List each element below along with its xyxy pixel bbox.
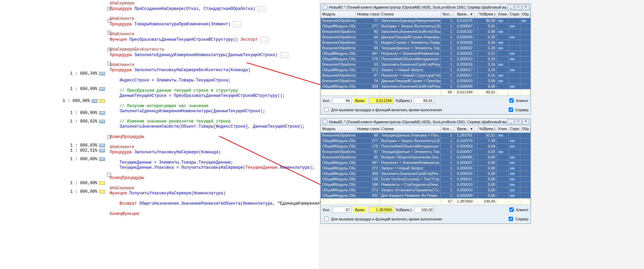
perf-marker: 1 : 000,90% bbox=[0, 111, 106, 116]
minimize-button[interactable]: _ bbox=[507, 119, 514, 125]
grid-row[interactable]: ВнешняяОбработка.З..49ТекущиеДанные = Эл… bbox=[321, 46, 531, 51]
gutter: 1 : 000,34% 1 : 000,09% 1 : 090,90% 1 : … bbox=[0, 0, 106, 269]
client-bar-icon bbox=[498, 64, 503, 66]
pct-input[interactable] bbox=[414, 98, 434, 104]
col-time: Врем... ▾ bbox=[454, 126, 474, 132]
footer-bar: Кол. Врем. %(Врем.) Клиент bbox=[321, 205, 531, 214]
grid-row[interactable]: ОбщийМодуль.Общег..309ЗаполнитьЗначенияС… bbox=[321, 84, 531, 89]
client-bar-icon bbox=[498, 42, 503, 44]
time-input[interactable] bbox=[369, 98, 393, 104]
fold-hint-icon[interactable]: ... bbox=[233, 22, 241, 27]
count-input[interactable] bbox=[332, 98, 352, 104]
close-button[interactable]: × bbox=[522, 119, 529, 125]
grid-row[interactable]: ОбщийМодуль.Общег..201Для Каждого Реквиз… bbox=[321, 193, 531, 198]
grid-row[interactable]: ВнешняяОбработка.З..53ЗаполнитьЗначенияС… bbox=[321, 62, 531, 67]
grid-row[interactable]: ВнешняяОбработка.З..47Результат = Новый … bbox=[321, 73, 531, 78]
server-bar-icon bbox=[510, 184, 515, 186]
grid-row[interactable]: ВнешняяОбработка.З..77ЗаполнитьЕдиницуИз… bbox=[321, 18, 531, 24]
titlebar[interactable]: Новый1 * (Тонкий клиент:Администратор (О… bbox=[321, 118, 531, 126]
grid-row[interactable]: ВнешняяОбработка.З..71ИндексСтроки = Эле… bbox=[321, 40, 531, 46]
col-count: Кол... bbox=[441, 11, 454, 18]
grid-row[interactable]: ОбщийМодуль.Общег..272Запрос = Новый Зап… bbox=[321, 67, 531, 73]
grid-row[interactable]: ВнешняяОбработка.З..88ТекущиеДанные.Упак… bbox=[321, 133, 531, 138]
sort-desc-icon: ▾ bbox=[471, 12, 473, 16]
client-bar-icon bbox=[498, 80, 503, 82]
col-time: Врем... ▾ bbox=[454, 11, 474, 18]
client-bar-icon bbox=[498, 75, 503, 77]
stopwatch-icon bbox=[322, 119, 328, 125]
grid-row[interactable]: ОбщийМодуль.Общег..138Если ТипЗнч(Ссылка… bbox=[321, 177, 531, 182]
server-bar-icon bbox=[510, 25, 515, 27]
client-checkbox[interactable]: Клиент bbox=[508, 206, 528, 213]
server-bar-icon bbox=[510, 195, 515, 197]
maximize-button[interactable]: □ bbox=[515, 119, 522, 125]
server-bar-icon bbox=[510, 86, 515, 88]
grid-row[interactable]: ОбщийМодуль.Общег..272Запрос = Новый Зап… bbox=[321, 166, 531, 171]
col-pct: %(Врем.) bbox=[478, 11, 497, 18]
grid-body[interactable]: ВнешняяОбработка.З..77ЗаполнитьЕдиницуИз… bbox=[321, 18, 531, 89]
grid-row[interactable]: ОбщийМодуль.Общег..277Выборка = Запрос.В… bbox=[321, 138, 531, 144]
source-code[interactable]: &НаСервере Процедура ПриСозданииНаСервер… bbox=[110, 0, 327, 217]
count-input[interactable] bbox=[332, 207, 352, 213]
label-pct: %(Врем.) bbox=[396, 99, 412, 103]
fold-hint-icon[interactable]: ... bbox=[280, 52, 288, 58]
pct-input[interactable] bbox=[414, 207, 434, 213]
grid-row[interactable]: ОбщийМодуль.Общег..309ЗаполнитьЗначенияС… bbox=[321, 171, 531, 177]
grid-row[interactable]: ВнешняяОбработка.З..95Возврат ОбщегоНазн… bbox=[321, 155, 531, 160]
titlebar[interactable]: Новый2 * (Тонкий клиент:Администратор (О… bbox=[321, 4, 531, 11]
grid-header[interactable]: МодульНомер строкиСтрокаКол...Врем... ▾%… bbox=[321, 126, 531, 133]
server-bar-icon bbox=[510, 145, 515, 148]
col-pct: %(Врем.) bbox=[478, 126, 497, 132]
stopwatch-icon bbox=[322, 4, 328, 10]
grid-row[interactable]: ОбщийМодуль.Общег..170ПолноеИмяОбъектаМе… bbox=[321, 56, 531, 62]
perf-marker: 1 : 090,90% bbox=[0, 99, 106, 104]
col-server: Серв... bbox=[509, 11, 520, 18]
perf-marker: 1 : 092,51% bbox=[0, 148, 106, 153]
col-server: Серв... bbox=[509, 126, 520, 132]
grid-row[interactable]: ВнешняяОбработка.З..80ЗаполнитьЗначенияС… bbox=[321, 29, 531, 35]
grid-row[interactable]: ОбщийМодуль.Общег..347Результат = Значен… bbox=[321, 160, 531, 166]
server-bar-icon bbox=[510, 167, 515, 169]
grid-row[interactable]: ОбщийМодуль.Общег..347Результат = Значен… bbox=[321, 51, 531, 56]
server-bar-icon bbox=[510, 173, 515, 175]
server-checkbox[interactable]: Сервер bbox=[507, 216, 528, 222]
perf-marker: 1 : 000,02% bbox=[0, 119, 106, 124]
col-line: Номер строки bbox=[356, 126, 380, 132]
sort-desc-icon: ▾ bbox=[471, 127, 473, 131]
col-string: Строка bbox=[380, 11, 441, 18]
footer-bar: Кол. Врем. %(Врем.) Клиент bbox=[321, 95, 531, 105]
include-time-checkbox[interactable]: Для вызовов процедур и функций включать … bbox=[323, 216, 442, 222]
maximize-button[interactable]: □ bbox=[515, 4, 522, 10]
col-server-proc: Обр. серве... bbox=[520, 126, 531, 132]
window-title: Новый2 * (Тонкий клиент:Администратор (О… bbox=[329, 5, 507, 9]
client-bar-icon bbox=[498, 47, 503, 49]
footer-bar-2: Для вызовов процедур и функций включать … bbox=[321, 105, 531, 114]
fold-hint-icon[interactable]: ... bbox=[258, 6, 266, 12]
client-bar-icon bbox=[498, 151, 503, 153]
grid-row[interactable]: ОбщийМодуль.Общег..273Запрос.УстановитьП… bbox=[321, 188, 531, 193]
totals-row: 660,01129499,91 bbox=[321, 89, 531, 95]
minimize-button[interactable]: _ bbox=[507, 4, 514, 10]
perf-marker: 1 : 000,34% bbox=[0, 71, 106, 76]
server-checkbox[interactable]: Сервер bbox=[507, 106, 528, 113]
grid-body[interactable]: ВнешняяОбработка.З..88ТекущиеДанные.Упак… bbox=[321, 133, 531, 198]
fold-hint-icon[interactable]: ... bbox=[260, 37, 268, 43]
include-time-checkbox[interactable]: Для вызовов процедур и функций включать … bbox=[323, 106, 442, 113]
col-module: Модуль bbox=[321, 126, 356, 132]
server-bar-icon bbox=[510, 69, 515, 71]
grid-row[interactable]: ОбщийМодуль.Общег..188Реквизиты = СтрРаз… bbox=[321, 182, 531, 188]
client-checkbox[interactable]: Клиент bbox=[508, 97, 528, 104]
perf-marker: 1 : 000,03% bbox=[0, 143, 106, 148]
grid-row[interactable]: ОбщийМодуль.Общег..277Выборка = Запрос.В… bbox=[321, 24, 531, 29]
time-input[interactable] bbox=[369, 207, 393, 213]
server-bar-icon bbox=[510, 58, 515, 60]
totals-row: 571,387683100,00 bbox=[321, 198, 531, 205]
grid-row[interactable]: ОбщийМодуль.Общег..170ПолноеИмяОбъектаМе… bbox=[321, 144, 531, 149]
grid-header[interactable]: МодульНомер строкиСтрокаКол...Врем... ▾%… bbox=[321, 11, 531, 18]
grid-row[interactable]: ВнешняяОбработка.З..64ДанныеТекущейСтрок… bbox=[321, 35, 531, 40]
grid-row[interactable]: ВнешняяОбработка.З..74ДанныеТекущейСтрок… bbox=[321, 78, 531, 84]
close-button[interactable]: × bbox=[522, 4, 529, 10]
perf-marker: 1 : 000,09% bbox=[0, 87, 106, 92]
col-string: Строка bbox=[380, 126, 441, 132]
grid-row[interactable]: ВнешняяОбработка.З..87ТекущиеДанные = Эл… bbox=[321, 149, 531, 155]
